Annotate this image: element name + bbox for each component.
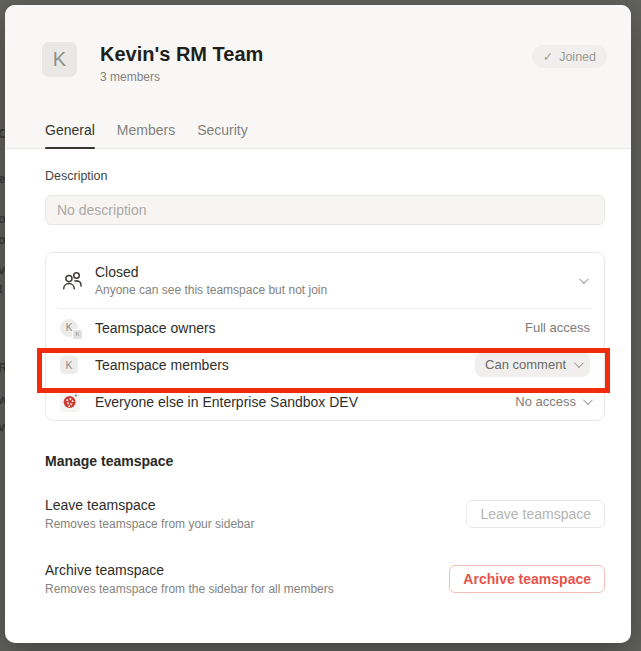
owners-access-text: Full access: [525, 320, 590, 335]
leave-teamspace-subtitle: Removes teamspace from your sidebar: [45, 517, 254, 531]
teamspace-title: Kevin's RM Team: [100, 42, 263, 67]
description-label: Description: [45, 169, 605, 185]
title-block: Kevin's RM Team 3 members: [100, 42, 263, 84]
tab-security[interactable]: Security: [197, 122, 248, 148]
teamspace-settings-modal: K Kevin's RM Team 3 members ✓ Joined Gen…: [5, 5, 631, 643]
leave-teamspace-title: Leave teamspace: [45, 496, 254, 514]
chevron-down-icon: [574, 358, 584, 368]
archive-teamspace-subtitle: Removes teamspace from the sidebar for a…: [45, 582, 334, 596]
workspace-icon-wrap: [60, 392, 82, 412]
leave-teamspace-item: Leave teamspace Removes teamspace from y…: [45, 496, 605, 531]
modal-body: Description Closed Anyone can see this t…: [5, 169, 631, 596]
archive-teamspace-title: Archive teamspace: [45, 561, 334, 579]
joined-badge[interactable]: ✓ Joined: [532, 45, 607, 68]
backdrop-text-fragment: t: [0, 281, 2, 296]
leave-teamspace-text: Leave teamspace Removes teamspace from y…: [45, 496, 254, 531]
everyone-else-label: Everyone else in Enterprise Sandbox DEV: [95, 394, 358, 410]
member-count: 3 members: [100, 70, 263, 84]
manage-teamspace-heading: Manage teamspace: [45, 453, 605, 471]
owners-avatar-stack: K K: [60, 319, 82, 337]
tab-members[interactable]: Members: [117, 122, 175, 148]
check-icon: ✓: [543, 49, 553, 64]
leave-teamspace-button[interactable]: Leave teamspace: [466, 500, 605, 528]
teamspace-avatar: K: [42, 42, 77, 77]
everyone-access-dropdown[interactable]: No access: [515, 394, 590, 409]
owners-access-level: Full access: [525, 320, 590, 335]
members-access-text: Can comment: [485, 357, 566, 372]
teamspace-members-row: K Teamspace members Can comment: [46, 346, 604, 383]
owners-row-label: Teamspace owners: [95, 320, 216, 336]
workspace-icon: [60, 392, 80, 412]
archive-teamspace-button[interactable]: Archive teamspace: [449, 565, 605, 593]
header-top: K Kevin's RM Team 3 members ✓ Joined: [5, 5, 631, 84]
archive-teamspace-text: Archive teamspace Removes teamspace from…: [45, 561, 334, 596]
everyone-else-row: Everyone else in Enterprise Sandbox DEV …: [46, 383, 604, 420]
teamspace-avatar-letter: K: [53, 48, 66, 71]
member-avatar: K: [60, 356, 78, 374]
joined-label: Joined: [559, 50, 596, 64]
modal-header: K Kevin's RM Team 3 members ✓ Joined Gen…: [5, 5, 631, 149]
members-access-dropdown[interactable]: Can comment: [475, 352, 590, 377]
members-row-label: Teamspace members: [95, 357, 229, 373]
archive-teamspace-item: Archive teamspace Removes teamspace from…: [45, 561, 605, 596]
everyone-access-text: No access: [515, 394, 576, 409]
people-icon: [60, 270, 84, 291]
members-avatar: K: [60, 356, 82, 374]
permission-level-subtitle: Anyone can see this teamspace but not jo…: [95, 283, 327, 297]
permission-level-text: Closed Anyone can see this teamspace but…: [95, 264, 327, 297]
permission-level-row[interactable]: Closed Anyone can see this teamspace but…: [46, 253, 604, 308]
owner-avatar-badge: K: [72, 329, 83, 340]
teamspace-owners-row: K K Teamspace owners Full access: [46, 309, 604, 346]
chevron-down-icon: [583, 395, 593, 405]
tab-bar: General Members Security: [45, 122, 248, 148]
permission-level-title: Closed: [95, 264, 327, 280]
permissions-card: Closed Anyone can see this teamspace but…: [45, 252, 605, 421]
chevron-down-icon: [579, 274, 589, 284]
tab-general[interactable]: General: [45, 122, 95, 148]
description-input[interactable]: [45, 195, 605, 225]
